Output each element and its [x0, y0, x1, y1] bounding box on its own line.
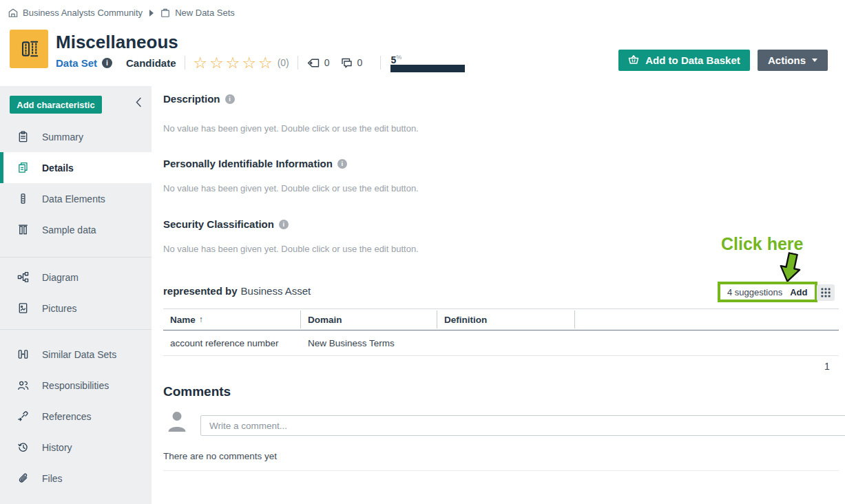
cell-domain[interactable]: New Business Terms [301, 338, 437, 348]
sidebar-item-files[interactable]: Files [0, 463, 152, 494]
picture-icon [17, 302, 29, 314]
sidebar-item-references[interactable]: References [0, 401, 152, 432]
paperclip-icon [17, 472, 29, 484]
pii-empty-value[interactable]: No value has been given yet. Double clic… [163, 183, 419, 193]
add-to-data-basket-button[interactable]: Add to Data Basket [618, 50, 750, 71]
breadcrumb-community[interactable]: Business Analysts Community [23, 8, 143, 18]
column-header-empty [575, 311, 839, 328]
similar-data-sets-icon [17, 348, 29, 360]
business-asset-table: Name ↑ Domain Definition account referen… [163, 308, 839, 356]
asset-type-label[interactable]: Data Set [56, 57, 97, 69]
community-icon [8, 8, 18, 18]
section-title-pii: Personally Identifiable Information [163, 158, 347, 169]
link-icon [17, 410, 29, 422]
no-comments-text: There are no comments yet [163, 451, 277, 461]
column-header-domain[interactable]: Domain [301, 311, 437, 328]
add-characteristic-button[interactable]: Add characteristic [10, 96, 102, 114]
sidebar-item-label: Summary [42, 132, 83, 143]
sidebar: Add characteristic Summary Details Data … [0, 86, 152, 504]
cell-name[interactable]: account reference number [163, 338, 301, 348]
status-badge: Candidate [126, 57, 176, 69]
rating-count: (0) [278, 57, 289, 68]
people-icon [17, 379, 29, 391]
sidebar-item-responsibilities[interactable]: Responsibilities [0, 370, 152, 401]
completeness: 5% [390, 53, 465, 73]
section-title-security-classification: Security Classification [163, 218, 289, 230]
sidebar-item-data-elements[interactable]: Data Elements [0, 183, 152, 214]
sidebar-item-sample-data[interactable]: Sample data [0, 214, 152, 245]
pagination-page-number[interactable]: 1 [824, 361, 830, 372]
table-view-options-button[interactable] [817, 284, 835, 301]
tags-icon[interactable] [306, 57, 320, 69]
click-here-annotation: Click here [721, 234, 804, 254]
data-column-icon [17, 193, 29, 204]
sidebar-group-divider [0, 257, 152, 258]
rating-stars[interactable]: ☆ ☆ ☆ ☆ ☆ [194, 55, 275, 70]
sidebar-item-similar-data-sets[interactable]: Similar Data Sets [0, 339, 152, 370]
sample-table-icon [17, 224, 29, 235]
chevron-down-icon [812, 59, 817, 62]
completeness-bar [390, 65, 465, 72]
column-header-definition[interactable]: Definition [437, 311, 575, 328]
asset-meta-row: Data Set Candidate ☆ ☆ ☆ ☆ ☆ (0) 0 0 5% [56, 53, 465, 72]
suggestions-box[interactable]: 4 suggestions Add [718, 282, 817, 302]
pages-icon [17, 162, 29, 174]
breadcrumb-domain[interactable]: New Data Sets [175, 8, 235, 18]
actions-button[interactable]: Actions [758, 50, 828, 71]
sidebar-item-label: Similar Data Sets [42, 349, 116, 360]
basket-icon [628, 54, 639, 67]
history-clock-icon [17, 441, 29, 453]
divider [380, 56, 381, 70]
table-row[interactable]: account reference number New Business Te… [163, 330, 839, 356]
star-icon[interactable]: ☆ [258, 55, 273, 70]
domain-icon [160, 8, 170, 18]
actions-label: Actions [768, 54, 806, 66]
collapse-sidebar-icon[interactable] [136, 97, 142, 107]
add-suggestions-button[interactable]: Add [790, 287, 807, 297]
star-icon[interactable]: ☆ [226, 55, 240, 70]
breadcrumb-separator-icon [149, 10, 154, 17]
avatar [167, 410, 187, 435]
star-icon[interactable]: ☆ [209, 55, 224, 70]
sidebar-group-divider [0, 329, 152, 330]
breadcrumb: Business Analysts Community New Data Set… [8, 8, 235, 18]
relation-title: represented byBusiness Asset [163, 285, 311, 297]
comment-input[interactable] [200, 415, 845, 436]
sidebar-item-pictures[interactable]: Pictures [0, 293, 152, 324]
sidebar-item-label: References [42, 411, 92, 422]
sidebar-item-summary[interactable]: Summary [0, 121, 152, 152]
comments-section-title: Comments [163, 384, 231, 399]
sidebar-item-label: Diagram [42, 272, 79, 283]
add-to-data-basket-label: Add to Data Basket [645, 54, 740, 66]
section-title-description: Description [163, 93, 235, 105]
sidebar-item-label: Responsibilities [42, 380, 109, 391]
sidebar-item-label: Sample data [42, 224, 96, 235]
tags-count: 0 [324, 57, 330, 68]
comments-count: 0 [357, 57, 363, 68]
sidebar-item-label: Files [42, 473, 63, 484]
sidebar-item-diagram[interactable]: Diagram [0, 262, 152, 293]
suggestions-count[interactable]: 4 suggestions [727, 287, 782, 297]
sidebar-item-label: Details [42, 162, 74, 174]
info-icon[interactable] [337, 159, 347, 169]
column-header-name[interactable]: Name ↑ [163, 311, 301, 328]
completeness-value: 5% [390, 53, 465, 64]
star-icon[interactable]: ☆ [242, 55, 256, 70]
asset-page: Business Analysts Community New Data Set… [0, 0, 845, 504]
description-empty-value[interactable]: No value has been given yet. Double clic… [163, 123, 419, 134]
info-icon[interactable] [225, 94, 235, 104]
sidebar-item-label: Pictures [42, 303, 77, 314]
info-icon[interactable] [279, 220, 289, 229]
security-empty-value[interactable]: No value has been given yet. Double clic… [163, 244, 419, 254]
sidebar-item-label: History [42, 442, 72, 453]
sidebar-item-details[interactable]: Details [0, 152, 152, 183]
divider [163, 470, 839, 471]
table-header: Name ↑ Domain Definition [163, 308, 839, 330]
sidebar-item-label: Data Elements [42, 193, 105, 204]
asset-type-info-icon[interactable] [102, 58, 112, 68]
sort-ascending-icon[interactable]: ↑ [199, 315, 203, 324]
diagram-icon [17, 271, 29, 283]
star-icon[interactable]: ☆ [194, 55, 208, 70]
comments-count-icon[interactable] [340, 56, 353, 69]
sidebar-item-history[interactable]: History [0, 432, 152, 463]
